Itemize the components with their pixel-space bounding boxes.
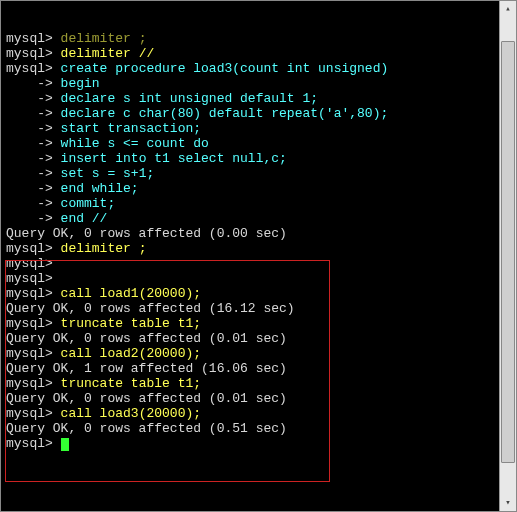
prompt-text: -> — [6, 91, 53, 106]
output-line: Query OK, 0 rows affected (0.01 sec) — [6, 331, 516, 346]
prompt-line: -> end // — [6, 211, 516, 226]
prompt-text: -> — [6, 211, 53, 226]
output-text: Query OK, 0 rows affected (0.01 sec) — [6, 331, 287, 346]
command-text: delimiter ; — [53, 31, 147, 46]
prompt-text: mysql> — [6, 241, 53, 256]
scroll-up-arrow-icon[interactable]: ▴ — [500, 1, 516, 17]
prompt-line: -> begin — [6, 76, 516, 91]
prompt-text: -> — [6, 166, 53, 181]
prompt-text: -> — [6, 121, 53, 136]
output-text: Query OK, 0 rows affected (0.00 sec) — [6, 226, 287, 241]
prompt-text: -> — [6, 181, 53, 196]
command-text: delimiter ; — [53, 241, 147, 256]
prompt-line: -> insert into t1 select null,c; — [6, 151, 516, 166]
output-text: Query OK, 0 rows affected (0.51 sec) — [6, 421, 287, 436]
prompt-line: mysql> — [6, 256, 516, 271]
prompt-line: mysql> — [6, 271, 516, 286]
prompt-line: mysql> call load2(20000); — [6, 346, 516, 361]
prompt-text: mysql> — [6, 286, 53, 301]
command-text: commit; — [53, 196, 115, 211]
prompt-line: mysql> call load3(20000); — [6, 406, 516, 421]
command-text: truncate table t1; — [53, 376, 201, 391]
output-line: Query OK, 1 row affected (16.06 sec) — [6, 361, 516, 376]
prompt-text: -> — [6, 76, 53, 91]
prompt-text: mysql> — [6, 61, 53, 76]
command-text: call load3(20000); — [53, 406, 201, 421]
output-text: Query OK, 1 row affected (16.06 sec) — [6, 361, 287, 376]
prompt-line: mysql> call load1(20000); — [6, 286, 516, 301]
prompt-line: mysql> delimiter ; — [6, 241, 516, 256]
prompt-line: mysql> delimiter ; — [6, 31, 516, 46]
command-text: declare c char(80) default repeat('a',80… — [53, 106, 388, 121]
scroll-down-arrow-icon[interactable]: ▾ — [500, 495, 516, 511]
command-text: end // — [53, 211, 108, 226]
command-text: insert into t1 select null,c; — [53, 151, 287, 166]
command-text: set s = s+1; — [53, 166, 154, 181]
command-text: delimiter // — [53, 46, 154, 61]
prompt-line: -> declare s int unsigned default 1; — [6, 91, 516, 106]
command-text: end while; — [53, 181, 139, 196]
output-text: Query OK, 0 rows affected (0.01 sec) — [6, 391, 287, 406]
prompt-line: mysql> truncate table t1; — [6, 376, 516, 391]
prompt-text: mysql> — [6, 406, 53, 421]
output-text: Query OK, 0 rows affected (16.12 sec) — [6, 301, 295, 316]
command-text: begin — [53, 76, 100, 91]
prompt-text: mysql> — [6, 376, 53, 391]
output-line: Query OK, 0 rows affected (0.00 sec) — [6, 226, 516, 241]
prompt-line: mysql> — [6, 436, 516, 451]
cursor — [61, 438, 69, 451]
command-text — [53, 436, 61, 451]
prompt-line: -> set s = s+1; — [6, 166, 516, 181]
prompt-line: -> start transaction; — [6, 121, 516, 136]
command-text: call load2(20000); — [53, 346, 201, 361]
command-text: start transaction; — [53, 121, 201, 136]
command-text: while s <= count do — [53, 136, 209, 151]
terminal-window[interactable]: mysql> delimiter ;mysql> delimiter //mys… — [0, 0, 517, 512]
prompt-text: mysql> — [6, 346, 53, 361]
prompt-line: -> commit; — [6, 196, 516, 211]
prompt-line: -> end while; — [6, 181, 516, 196]
output-line: Query OK, 0 rows affected (0.01 sec) — [6, 391, 516, 406]
prompt-text: mysql> — [6, 271, 53, 286]
command-text: declare s int unsigned default 1; — [53, 91, 318, 106]
output-line: Query OK, 0 rows affected (16.12 sec) — [6, 301, 516, 316]
prompt-line: -> while s <= count do — [6, 136, 516, 151]
prompt-text: mysql> — [6, 316, 53, 331]
prompt-text: mysql> — [6, 256, 53, 271]
prompt-text: mysql> — [6, 436, 53, 451]
prompt-text: -> — [6, 106, 53, 121]
scrollbar-thumb[interactable] — [501, 41, 515, 463]
prompt-text: -> — [6, 196, 53, 211]
prompt-text: mysql> — [6, 46, 53, 61]
prompt-line: mysql> delimiter // — [6, 46, 516, 61]
command-text: call load1(20000); — [53, 286, 201, 301]
prompt-text: -> — [6, 136, 53, 151]
output-line: Query OK, 0 rows affected (0.51 sec) — [6, 421, 516, 436]
vertical-scrollbar[interactable]: ▴ ▾ — [499, 1, 516, 511]
prompt-text: mysql> — [6, 31, 53, 46]
terminal-output-area: mysql> delimiter ;mysql> delimiter //mys… — [1, 31, 516, 451]
prompt-line: mysql> truncate table t1; — [6, 316, 516, 331]
prompt-line: -> declare c char(80) default repeat('a'… — [6, 106, 516, 121]
prompt-line: mysql> create procedure load3(count int … — [6, 61, 516, 76]
prompt-text: -> — [6, 151, 53, 166]
command-text: create procedure load3(count int unsigne… — [53, 61, 388, 76]
command-text: truncate table t1; — [53, 316, 201, 331]
